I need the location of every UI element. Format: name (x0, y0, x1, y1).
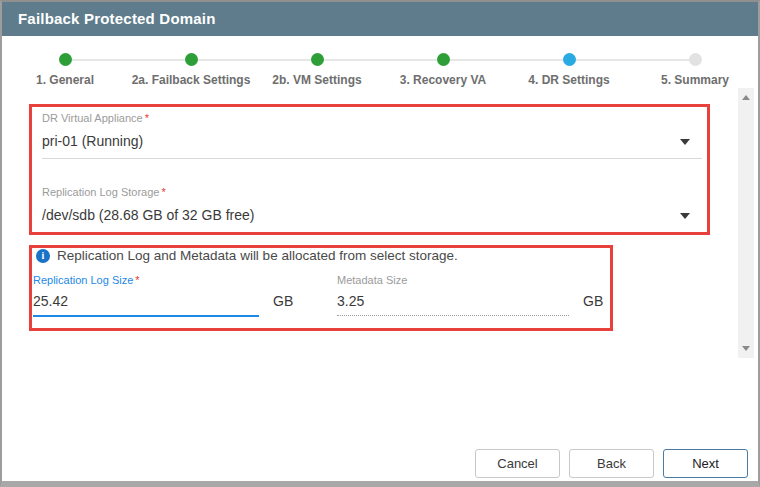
label-text: DR Virtual Appliance (42, 112, 143, 124)
dr-virtual-appliance-label: DR Virtual Appliance* (42, 112, 702, 124)
step-dr-settings[interactable]: 4. DR Settings (506, 53, 632, 87)
scroll-up-icon[interactable] (742, 95, 750, 100)
dr-virtual-appliance-field: DR Virtual Appliance* pri-01 (Running) (42, 112, 702, 159)
label-text: Metadata Size (337, 274, 407, 286)
replication-log-size-unit: GB (273, 293, 299, 309)
step-label: 1. General (2, 73, 128, 87)
chevron-down-icon (680, 213, 690, 219)
replication-log-size-input[interactable] (33, 286, 259, 315)
step-done-dot (437, 53, 450, 66)
scroll-down-icon[interactable] (742, 346, 750, 351)
label-text: Replication Log Storage (42, 186, 159, 198)
step-vm-settings[interactable]: 2b. VM Settings (254, 53, 380, 87)
dr-virtual-appliance-select[interactable]: pri-01 (Running) (42, 133, 702, 159)
required-marker: * (161, 186, 165, 198)
step-label: 2a. Failback Settings (128, 73, 254, 87)
metadata-size-unit: GB (583, 293, 609, 309)
vertical-scrollbar[interactable] (738, 88, 754, 358)
step-done-dot (185, 53, 198, 66)
dialog-footer: Cancel Back Next (475, 449, 748, 478)
step-recovery-va[interactable]: 3. Recovery VA (380, 53, 506, 87)
replication-log-size-field: Replication Log Size* GB (33, 274, 299, 317)
step-label: 2b. VM Settings (254, 73, 380, 87)
replication-log-storage-field: Replication Log Storage* /dev/sdb (28.68… (42, 186, 702, 233)
step-active-dot (563, 53, 576, 66)
info-icon: i (36, 249, 50, 263)
metadata-size-label: Metadata Size (337, 274, 609, 286)
chevron-down-icon (680, 139, 690, 145)
step-general[interactable]: 1. General (2, 53, 128, 87)
label-text: Replication Log Size (33, 274, 133, 286)
step-label: 5. Summary (632, 73, 758, 87)
required-marker: * (135, 274, 139, 286)
step-label: 4. DR Settings (506, 73, 632, 87)
step-summary[interactable]: 5. Summary (632, 53, 758, 87)
replication-log-storage-select[interactable]: /dev/sdb (28.68 GB of 32 GB free) (42, 207, 702, 233)
dialog-title: Failback Protected Domain (2, 2, 758, 36)
info-message-row: i Replication Log and Metadata will be a… (36, 248, 458, 263)
step-failback-settings[interactable]: 2a. Failback Settings (128, 53, 254, 87)
wizard-stepper: 1. General 2a. Failback Settings 2b. VM … (2, 36, 758, 92)
metadata-size-field: Metadata Size GB (337, 274, 609, 316)
cancel-button[interactable]: Cancel (475, 449, 560, 478)
step-pending-dot (689, 53, 702, 66)
metadata-size-input[interactable] (337, 286, 569, 315)
required-marker: * (145, 112, 149, 124)
selected-value: pri-01 (Running) (42, 133, 143, 149)
replication-log-size-label: Replication Log Size* (33, 274, 299, 286)
next-button[interactable]: Next (663, 449, 748, 478)
info-message: Replication Log and Metadata will be all… (57, 248, 458, 263)
back-button[interactable]: Back (569, 449, 654, 478)
step-done-dot (311, 53, 324, 66)
step-label: 3. Recovery VA (380, 73, 506, 87)
selected-value: /dev/sdb (28.68 GB of 32 GB free) (42, 207, 254, 223)
replication-log-storage-label: Replication Log Storage* (42, 186, 702, 198)
step-done-dot (59, 53, 72, 66)
failback-protected-domain-dialog: Failback Protected Domain 1. General 2a.… (0, 0, 760, 487)
